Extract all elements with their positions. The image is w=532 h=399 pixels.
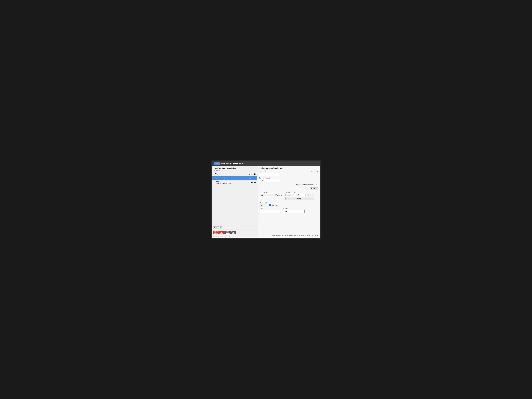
storage-device-link[interactable]: 1 storage device selected [212,235,257,238]
partition-root-size: 50 GiB [249,177,256,179]
mount-point-label: Mount Point: [259,171,280,173]
total-space-badge: TOTAL SPACE 223.58 GiB [225,231,236,234]
partition-swap-info: swap centos_centos-local-swap [215,181,231,184]
available-space-badge: AVAILABLE SPACE 156.88 GiB [213,231,225,234]
storage-info: AVAILABLE SPACE 156.88 GiB TOTAL SPACE 2… [212,230,257,235]
label-input[interactable] [259,210,280,213]
device-type-select[interactable]: LVM Standard Partition BTRFS [259,194,275,197]
mount-point-group: Mount Point: [259,171,280,176]
label-field-label: Label: [259,208,280,209]
partition-item-boot[interactable]: /boot sda1 1024 MiB [212,172,257,176]
vg-free-label: (0 B free) [305,194,311,196]
refresh-button[interactable]: ↺ [220,226,222,229]
right-panel: centos_centos-local-root Mount Point: De… [257,166,320,238]
partition-root-info: / centos_centos-local-root [215,177,230,180]
filesystem-select[interactable]: xfs ext4 ext3 swap [259,203,267,207]
available-space-label: AVAILABLE SPACE [214,231,223,232]
title-bar: Done MANUAL PARTITIONING [212,161,320,166]
partition-toolbar: + − ↺ [212,226,257,230]
reformat-label: Reformat [271,204,278,206]
partition-item-root[interactable]: / centos_centos-local-root 50 GiB [212,176,257,180]
volume-group-section: Volume Group (0 B free) Modify... [285,191,314,200]
partition-root-name: / [215,177,230,178]
partition-boot-name: /boot [215,172,219,174]
encrypt-checkbox-row: Encrypt [275,194,283,196]
modify-devices-button[interactable]: Modify... [310,187,318,190]
add-partition-button[interactable]: + [213,226,216,229]
filesystem-row: File System: xfs ext4 ext3 swap Reformat [259,202,318,207]
partition-boot-size: 1024 MiB [249,173,256,175]
encrypt-label: Encrypt [277,194,283,196]
capacity-device-row: Desired Capacity: ATA WDC WDS240G2G0A- (… [259,177,318,186]
device-type-select-wrapper: LVM Standard Partition BTRFS Encrypt [259,194,283,197]
device-type-label: Device Type: [259,191,283,193]
device-type-vg-row: Device Type: LVM Standard Partition BTRF… [259,191,318,200]
reformat-row: Reformat [269,204,278,206]
reformat-checkbox[interactable] [269,204,271,206]
label-group: Label: [259,208,280,213]
device-name-text: ATA WDC WDS240G2G0A- (sda) [296,184,318,186]
name-field-label: Name: [283,208,304,209]
total-space-value: 223.58 GiB [226,232,235,234]
partition-boot-info: /boot sda1 [215,172,219,176]
partition-swap-name: swap [215,181,231,182]
mount-devices-row: Mount Point: Device(s): [259,171,318,176]
mount-point-input[interactable] [259,173,280,176]
name-group: Name: [283,208,304,213]
installation-label: New CentOS 7 Installation [212,167,257,170]
partition-boot-device: sda1 [215,174,219,176]
devices-column: Device(s): [311,171,318,173]
filesystem-group: File System: xfs ext4 ext3 swap [259,202,267,207]
system-label: SYSTEM [212,170,257,172]
modify-vg-button[interactable]: Modify... [285,197,314,200]
name-input[interactable] [283,210,304,213]
triangle-icon [213,168,215,169]
partition-root-device: centos_centos-local-root [215,178,230,180]
window-title: MANUAL PARTITIONING [221,163,245,165]
partition-list: New CentOS 7 Installation SYSTEM /boot s… [212,166,257,226]
left-panel: New CentOS 7 Installation SYSTEM /boot s… [212,166,257,238]
available-space-value: 156.88 GiB [214,232,223,234]
partition-swap-device: centos_centos-local-swap [215,182,231,184]
total-space-label: TOTAL SPACE [226,231,235,232]
note-text: Note: The settings you make here will no… [259,235,318,236]
volume-group-input-row: (0 B free) [285,194,314,196]
vg-dropdown[interactable] [312,194,314,196]
label-name-row: Label: Name: [259,208,318,213]
desired-capacity-group: Desired Capacity: [259,177,280,182]
encrypt-checkbox[interactable] [275,194,277,196]
partition-detail-title: centos_centos-local-root [259,167,318,169]
device-type-group: Device Type: LVM Standard Partition BTRF… [259,191,283,197]
partition-item-swap[interactable]: swap centos_centos-local-swap 15.69 GiB [212,180,257,184]
desired-capacity-input[interactable] [259,179,280,182]
done-button[interactable]: Done [214,162,220,165]
devices-label: Device(s): [311,171,318,173]
desired-capacity-label: Desired Capacity: [259,177,280,179]
chevron-right-icon [255,177,256,179]
filesystem-label: File System: [259,202,267,203]
volume-group-input[interactable] [285,194,305,196]
remove-partition-button[interactable]: − [216,226,219,229]
volume-group-label: Volume Group [285,191,314,193]
partition-swap-size: 15.69 GiB [248,182,256,183]
